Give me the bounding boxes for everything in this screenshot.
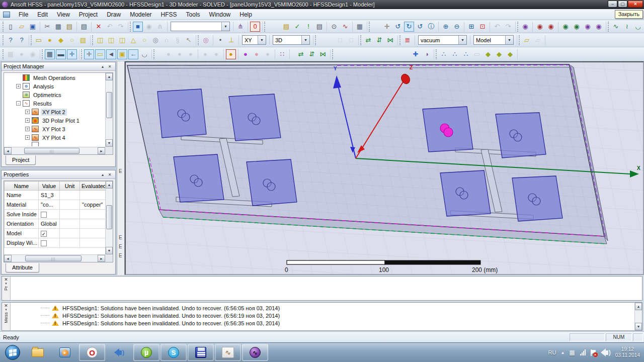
draw-cylinder-segment-button[interactable]: ◫ [106, 35, 116, 45]
task-scheduler-icon[interactable]: ▦ [569, 349, 575, 356]
draw-box-button[interactable]: ▧ [78, 35, 88, 45]
project-tree-hscrollbar[interactable]: ◄ ||| ► [4, 147, 105, 154]
menu-project[interactable]: Project [74, 10, 102, 20]
zoom-fit-button[interactable]: ⊡ [477, 22, 488, 32]
save-tool-taskbar-button[interactable] [188, 344, 214, 361]
zoom-window-button[interactable]: ⊞ [466, 22, 476, 32]
scroll-up-icon[interactable]: ▲ [106, 73, 113, 80]
vscroll-thumb[interactable] [106, 205, 112, 229]
facet-blue-button[interactable]: ✚ [411, 49, 421, 59]
view-orient-bottom-button[interactable]: ◉ [546, 22, 556, 32]
object-coverage-button[interactable]: ● [240, 49, 251, 59]
material-combo[interactable]: vacuum▼ [418, 35, 467, 45]
facet-purple-button[interactable]: ◑ [422, 49, 432, 59]
duplicate-tool-button[interactable]: ⇵ [374, 35, 384, 45]
pin-icon[interactable]: ▼ [5, 282, 8, 285]
vscroll-thumb[interactable] [106, 92, 112, 118]
zoom-in-cursor-button[interactable]: ⊕ [441, 22, 451, 32]
move-vertex-button[interactable]: ∴ [439, 49, 449, 59]
copy-button[interactable]: ▦ [53, 22, 63, 32]
undo-button[interactable]: ↶ [105, 22, 115, 32]
dropdown-arrow-icon[interactable]: ▼ [221, 22, 229, 31]
menu-hfss[interactable]: HFSS [156, 10, 182, 20]
view-orient-back-button[interactable]: ◉ [594, 22, 604, 32]
copy-view-button[interactable]: ▦ [6, 49, 16, 59]
solution-data-button[interactable]: ▤ [314, 22, 325, 32]
column-header-unit[interactable]: Unit [60, 182, 80, 191]
property-value[interactable]: ✓ [39, 229, 60, 238]
snap-vertex-button[interactable]: ← [128, 49, 138, 59]
model-combo[interactable]: Model▼ [473, 35, 514, 45]
menu-tools[interactable]: Tools [182, 10, 205, 20]
checkbox-checked[interactable]: ✓ [41, 231, 47, 237]
group-objects-button[interactable]: ▱ [533, 35, 543, 45]
dynamic-help-button[interactable]: ? [6, 35, 16, 45]
subtract-tool-button[interactable]: □ [335, 35, 345, 45]
draw-circle-button[interactable]: ● [45, 35, 55, 45]
menu-modeler[interactable]: Modeler [125, 10, 156, 20]
checkbox-unchecked[interactable] [41, 212, 47, 218]
scroll-left-icon[interactable]: ◄ [4, 147, 12, 154]
sweep-tool-button[interactable]: ● [211, 49, 221, 59]
move-tool-button[interactable]: ⇄ [363, 35, 373, 45]
save-button[interactable]: ▣ [28, 22, 38, 32]
column-header-name[interactable]: Name [5, 182, 39, 191]
media-player-taskbar-button[interactable]: ▸ [52, 344, 78, 361]
action-center-icon[interactable]: ✕ [590, 349, 596, 356]
clock[interactable]: 19:12 03.11.2014 [615, 346, 640, 358]
property-value[interactable]: Global [39, 219, 60, 229]
snap-edge-button[interactable]: ◄ [106, 49, 116, 59]
rotate-axis-button[interactable]: ↺ [415, 22, 425, 32]
results-plot-button[interactable]: ∿ [340, 22, 350, 32]
cylinder-op-button[interactable]: ◉ [28, 49, 38, 59]
tree-item-analysis[interactable]: +⊙Analysis [4, 82, 105, 90]
menu-draw[interactable]: Draw [102, 10, 125, 20]
orbit-info-button[interactable]: ⓘ [426, 22, 436, 32]
open-file-button[interactable]: ▱ [17, 22, 27, 32]
snap-center-button[interactable]: ▣ [117, 49, 127, 59]
property-value[interactable]: "co... [39, 200, 60, 210]
move-edge-button[interactable]: ∴ [450, 49, 460, 59]
dropdown-arrow-icon[interactable]: ▼ [301, 36, 309, 44]
pick-tool-button[interactable]: ✛ [67, 49, 77, 59]
explorer-taskbar-button[interactable] [25, 344, 51, 361]
object-detach-button[interactable]: ● [263, 49, 273, 59]
draw-cone-button[interactable]: △ [128, 35, 138, 45]
snap-arc-button[interactable]: ◡ [139, 49, 149, 59]
hscroll-thumb[interactable]: ||| [24, 148, 79, 154]
draw-torus-pink-button[interactable]: ◎ [201, 35, 211, 45]
project-tree-vscrollbar[interactable]: ▲ ▼ [105, 73, 113, 147]
snap-face-button[interactable]: ▭ [95, 49, 105, 59]
draw-helix-button[interactable]: § [173, 35, 183, 45]
split-tool-button[interactable]: ● [200, 49, 210, 59]
scroll-down-icon[interactable]: ▼ [106, 139, 113, 147]
draw-plane-button[interactable]: ⊥ [226, 35, 236, 45]
rotate-model-button[interactable]: ↺ [393, 22, 403, 32]
layer-stackup-button[interactable]: ≣ [403, 35, 413, 45]
message-row[interactable]: !HFSSDesign1: Solutions have been invali… [41, 304, 642, 312]
analyze-all-button[interactable]: ! [303, 22, 313, 32]
skype-taskbar-button[interactable]: S [160, 344, 187, 361]
undo-view-button[interactable]: ↶ [492, 22, 502, 32]
select-face-button[interactable]: ◉ [144, 22, 154, 32]
close-icon[interactable]: ✕ [4, 277, 8, 282]
curve-line-button[interactable]: ∿ [611, 22, 621, 32]
hscroll-thumb[interactable]: ||| [25, 255, 82, 261]
start-button[interactable] [5, 345, 20, 360]
tab-project[interactable]: Project [6, 155, 36, 165]
message-row[interactable]: !HFSSDesign1: Solutions have been invali… [41, 319, 642, 327]
delete-button[interactable]: ✕ [94, 22, 104, 32]
dropdown-arrow-icon[interactable]: ▼ [258, 36, 266, 44]
validate-button[interactable]: ✓ [292, 22, 302, 32]
align-y-button[interactable]: ⇵ [307, 49, 317, 59]
properties-vscrollbar[interactable]: ▲ ▼ [105, 181, 113, 254]
draw-ellipse-button[interactable]: ○ [67, 35, 77, 45]
property-value[interactable] [39, 238, 60, 248]
redo-button[interactable]: ↷ [116, 22, 126, 32]
utorrent-taskbar-button[interactable]: µ [133, 344, 159, 361]
curve-spline-button[interactable]: ◡ [633, 22, 643, 32]
menu-help[interactable]: Help [235, 10, 257, 20]
select-by-name-button[interactable]: ⋔ [155, 22, 165, 32]
volume-icon[interactable]: ) [601, 348, 611, 356]
collapse-icon[interactable]: - [16, 101, 21, 106]
